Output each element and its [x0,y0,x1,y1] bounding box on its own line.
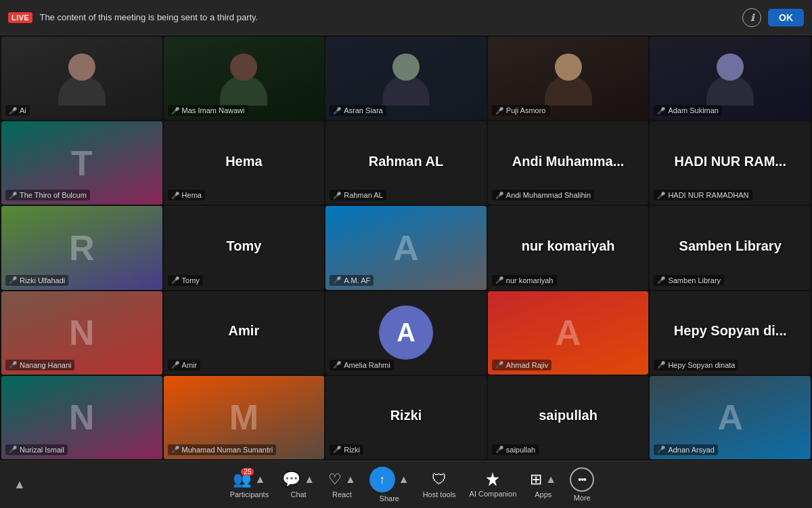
name-label-ai: 🎤Ai [5,105,30,116]
scroll-up-icon[interactable]: ▲ [14,478,26,492]
name-label-tomy: 🎤Tomy [168,275,203,286]
ai-companion-label: AI Companion [470,490,517,498]
name-label-thiro: 🎤The Thiro of Bulcum [5,190,90,200]
apps-chevron[interactable]: ▲ [545,473,556,486]
video-cell-ahmad: A🎤Ahmad Rajiv [488,291,649,375]
name-label-rizki-u: 🎤Rizki Ulfahadi [5,275,68,286]
live-message: The content of this meeting is being sen… [39,12,736,22]
share-chevron[interactable]: ▲ [399,473,409,486]
video-cell-muhamad: M🎤Muhamad Numan Sumantri [164,376,325,459]
toolbar-center: 👥 25 ▲ Participants 💬 ▲ Chat ♡ ▲ React [26,467,798,503]
video-cell-hema: Hema🎤Hema [164,121,325,205]
video-cell-rizki2: Rizki🎤Rizki [325,376,487,459]
name-label-nur: 🎤nur komariyah [492,275,557,286]
name-label-rahman: 🎤Rahman AL [330,190,386,200]
video-cell-rahman: Rahman AL🎤Rahman AL [325,121,487,205]
name-label-hadi: 🎤HADI NUR RAMADHAN [654,190,752,200]
name-label-nurizal: 🎤Nurizal Ismail [5,444,68,455]
name-label-rizki2: 🎤Rizki [330,444,363,455]
video-cell-amelia: A🎤Amelia Rahmi [325,291,487,375]
participants-button[interactable]: 👥 25 ▲ Participants [230,471,269,499]
more-button[interactable]: ••• More [570,467,594,502]
more-label: More [574,494,591,502]
ok-button[interactable]: OK [768,9,804,26]
name-label-andi: 🎤Andi Muhammad Shalihin [492,190,594,200]
chat-chevron[interactable]: ▲ [304,473,315,486]
video-cell-rizki-u: R🎤Rizki Ulfahadi [1,206,162,289]
video-cell-andi: Andi Muhamma...🎤Andi Muhammad Shalihin [488,121,649,205]
video-cell-adnan: A🎤Adnan Arsyad [650,376,811,459]
participants-label: Participants [230,490,269,499]
react-chevron[interactable]: ▲ [345,473,356,486]
video-cell-nur: nur komariyah🎤nur komariyah [488,206,649,289]
live-badge: LIVE [8,12,32,23]
live-banner: LIVE The content of this meeting is bein… [0,0,812,35]
video-cell-samben: Samben Library🎤Samben Library [650,206,811,289]
chat-label: Chat [290,490,306,499]
apps-button[interactable]: ⊞ ▲ Apps [530,471,556,499]
video-cell-ai: 🎤Ai [1,37,162,120]
host-tools-label: Host tools [423,490,456,499]
name-label-hema: 🎤Hema [168,190,205,200]
name-label-muhamad: 🎤Muhamad Numan Sumantri [168,444,277,455]
name-label-amir: 🎤Amir [168,360,201,371]
host-tools-button[interactable]: 🛡 Host tools [423,471,456,499]
react-button[interactable]: ♡ ▲ React [328,471,356,499]
video-cell-puji: 🎤Puji Asmoro [488,37,649,120]
name-label-samben: 🎤Samben Library [654,275,724,286]
name-label-adam: 🎤Adam Sukiman [654,105,722,116]
share-label: Share [380,494,399,503]
video-grid: 🎤Ai🎤Mas Imam Nawawi🎤Asran Siara🎤Puji Asm… [0,35,812,461]
video-cell-amir: Amir🎤Amir [164,291,325,375]
name-label-ahmad: 🎤Ahmad Rajiv [492,360,551,371]
name-label-asran: 🎤Asran Siara [330,105,386,116]
video-cell-amaf: A🎤A.M. AF [325,206,487,289]
react-label: React [332,490,352,499]
name-label-amaf: 🎤A.M. AF [330,275,374,286]
ai-companion-button[interactable]: AI Companion [470,471,517,498]
info-button[interactable]: ℹ [742,8,761,27]
name-label-puji: 🎤Puji Asmoro [492,105,549,116]
video-cell-nurizal: N🎤Nurizal Ismail [1,376,162,459]
name-label-mas-imam: 🎤Mas Imam Nawawi [168,105,248,116]
participants-badge: 25 [241,468,254,475]
video-cell-mas-imam: 🎤Mas Imam Nawawi [164,37,325,120]
name-label-amelia: 🎤Amelia Rahmi [330,360,393,371]
name-label-adnan: 🎤Adnan Arsyad [654,444,718,455]
chat-button[interactable]: 💬 ▲ Chat [282,471,315,499]
video-cell-saipullah: saipullah🎤saipullah [488,376,649,459]
participants-chevron[interactable]: ▲ [254,473,265,486]
video-cell-hadi: HADI NUR RAM...🎤HADI NUR RAMADHAN [650,121,811,205]
video-cell-thiro: T🎤The Thiro of Bulcum [1,121,162,205]
video-cell-tomy: Tomy🎤Tomy [164,206,325,289]
apps-label: Apps [535,490,551,499]
name-label-nanang: 🎤Nanang Hanani [5,360,74,371]
name-label-hepy: 🎤Hepy Sopyan dinata [654,360,738,371]
name-label-saipullah: 🎤saipullah [492,444,539,455]
share-icon-btn[interactable]: ↑ [369,467,395,492]
toolbar: ▲ 👥 25 ▲ Participants 💬 ▲ Chat [0,461,812,508]
video-cell-nanang: N🎤Nanang Hanani [1,291,162,375]
video-cell-asran: 🎤Asran Siara [325,37,487,120]
video-cell-adam: 🎤Adam Sukiman [650,37,811,120]
video-cell-hepy: Hepy Sopyan di...🎤Hepy Sopyan dinata [650,291,811,375]
share-button[interactable]: ↑ ▲ Share [369,467,409,503]
